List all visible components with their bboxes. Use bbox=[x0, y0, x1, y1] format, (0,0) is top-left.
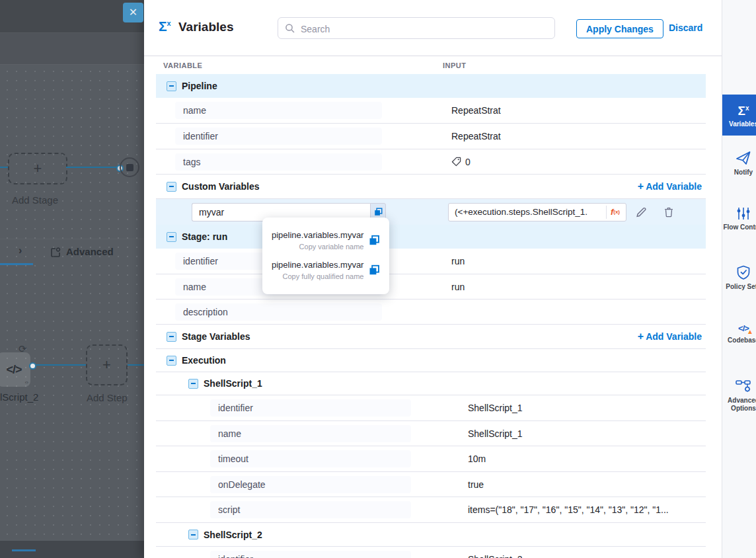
sidebar-item-notify[interactable]: Notify bbox=[722, 151, 756, 177]
plus-icon: + bbox=[34, 160, 42, 177]
search-input[interactable] bbox=[299, 19, 550, 38]
collapse-icon[interactable] bbox=[167, 81, 176, 91]
variables-sigma-icon: Σx bbox=[159, 19, 171, 34]
section-row-custom-variables[interactable]: Custom Variables +Add Variable bbox=[156, 175, 706, 199]
policy-sets-icon bbox=[736, 265, 751, 280]
edit-variable-button[interactable] bbox=[636, 206, 647, 218]
section-row-shellscript1[interactable]: ShellScript_1 bbox=[156, 372, 706, 395]
copy-variable-name-item[interactable]: pipeline.variables.myvar Copy variable n… bbox=[262, 225, 389, 255]
add-stage-button[interactable]: + bbox=[8, 153, 67, 184]
copy-icon[interactable] bbox=[369, 235, 380, 246]
advanced-tab-icon bbox=[50, 247, 61, 260]
variable-value[interactable]: run bbox=[451, 256, 465, 266]
column-variable: VARIABLE bbox=[163, 61, 202, 69]
copy-fqn-item[interactable]: pipeline.variables.myvar Copy fully qual… bbox=[262, 255, 389, 285]
table-row: onDelegate true bbox=[156, 472, 706, 497]
variable-value[interactable]: ShellScript_1 bbox=[468, 428, 523, 439]
plus-icon: + bbox=[102, 356, 111, 374]
shellscript2-step-node[interactable]: </> ‹› bbox=[0, 352, 30, 387]
step-connector bbox=[36, 364, 86, 366]
variable-name-pill[interactable]: script bbox=[210, 501, 411, 518]
table-row: identifier ShellScript_2 bbox=[156, 547, 706, 558]
copy-icon[interactable] bbox=[369, 264, 380, 276]
table-row: identifier ShellScript_1 bbox=[156, 395, 706, 421]
table-row: name ShellScript_1 bbox=[156, 421, 706, 446]
pencil-icon bbox=[636, 206, 647, 218]
close-drawer-button[interactable]: ✕ bbox=[123, 3, 143, 22]
table-row: identifier run bbox=[156, 249, 706, 274]
collapse-icon[interactable] bbox=[188, 379, 198, 389]
sidebar-item-variables[interactable]: Σx Variables bbox=[722, 95, 756, 136]
sidebar-item-policy-sets[interactable]: Policy Sets bbox=[722, 265, 756, 291]
right-sidebar: Σx Variables Notify Flow Control Policy … bbox=[722, 0, 756, 558]
add-variable-button[interactable]: +Add Variable bbox=[638, 331, 702, 342]
collapse-icon[interactable] bbox=[167, 182, 176, 192]
variable-value[interactable]: RepeatStrat bbox=[451, 105, 501, 116]
trash-icon bbox=[663, 206, 674, 218]
variable-name-pill[interactable]: onDelegate bbox=[210, 476, 411, 493]
add-variable-button[interactable]: +Add Variable bbox=[638, 180, 702, 192]
tabbar-divider bbox=[0, 239, 144, 239]
variable-name-pill[interactable]: tags bbox=[175, 153, 382, 171]
add-step-label[interactable]: Add Step bbox=[87, 392, 128, 403]
pipeline-canvas: + Add Stage › Advanced ⟳ </> ‹› + lScrip… bbox=[0, 0, 144, 558]
sidebar-item-flow-control[interactable]: Flow Control bbox=[722, 207, 756, 231]
section-row-shellscript2[interactable]: ShellScript_2 bbox=[156, 523, 706, 547]
collapse-icon[interactable] bbox=[167, 356, 176, 366]
step-connector-right bbox=[128, 364, 144, 366]
add-step-button[interactable]: + bbox=[86, 344, 128, 385]
drawer-header: Σx Variables Apply Changes Discard bbox=[144, 0, 722, 56]
variable-name-pill[interactable]: name bbox=[175, 102, 382, 119]
advanced-options-icon bbox=[736, 379, 751, 393]
collapse-chevron-icon[interactable]: › bbox=[19, 245, 22, 257]
delete-variable-button[interactable] bbox=[663, 206, 674, 218]
variable-name-pill[interactable]: timeout bbox=[210, 450, 411, 467]
variable-value[interactable]: ShellScript_2 bbox=[468, 554, 523, 558]
section-row-execution[interactable]: Execution bbox=[156, 349, 706, 372]
variable-name-pill[interactable]: identifier bbox=[210, 551, 411, 558]
custom-variable-row-myvar: f(x) bbox=[156, 199, 706, 225]
variable-value-input[interactable] bbox=[449, 204, 608, 221]
tags-value[interactable]: 0 bbox=[451, 157, 471, 167]
canvas-header-band bbox=[0, 33, 144, 65]
variable-value[interactable]: run bbox=[451, 282, 465, 292]
add-stage-label[interactable]: Add Stage bbox=[12, 194, 58, 206]
tab-advanced[interactable]: Advanced bbox=[66, 246, 114, 257]
collapse-icon[interactable] bbox=[167, 232, 176, 242]
variable-value[interactable]: ShellScript_1 bbox=[468, 403, 523, 413]
shell-badge-icon: ‹› bbox=[25, 379, 28, 385]
search-icon bbox=[285, 23, 295, 34]
variable-value[interactable]: 10m bbox=[468, 454, 486, 464]
section-row-pipeline[interactable]: Pipeline bbox=[156, 74, 706, 98]
variable-value-box: f(x) bbox=[448, 203, 626, 221]
stage-connector-right bbox=[66, 167, 117, 168]
variable-name-pill[interactable]: description bbox=[175, 303, 382, 321]
sidebar-item-advanced-options[interactable]: Advanced Options bbox=[722, 379, 756, 413]
sidebar-item-codebase[interactable]: </>▲ Codebase bbox=[722, 323, 756, 344]
variable-value[interactable]: RepeatStrat bbox=[451, 131, 501, 141]
table-row: name run bbox=[156, 274, 706, 299]
variable-name-pill[interactable]: identifier bbox=[175, 128, 382, 145]
variable-name-pill[interactable]: identifier bbox=[210, 399, 411, 417]
table-row: identifier RepeatStrat bbox=[156, 124, 706, 149]
expression-fx-icon[interactable]: f(x) bbox=[606, 206, 624, 219]
table-column-header: VARIABLE INPUT bbox=[156, 56, 706, 74]
discard-button[interactable]: Discard bbox=[669, 22, 702, 33]
codebase-icon: </>▲ bbox=[738, 323, 749, 333]
section-row-stage-variables[interactable]: Stage Variables +Add Variable bbox=[156, 325, 706, 349]
tab-active-underline bbox=[0, 263, 33, 265]
search-box bbox=[278, 17, 555, 39]
canvas-bottom-bar bbox=[0, 541, 144, 558]
variable-name-pill[interactable]: name bbox=[210, 425, 411, 442]
collapse-icon[interactable] bbox=[167, 332, 176, 342]
step-node-label: lScript_2 bbox=[0, 391, 38, 403]
collapse-icon[interactable] bbox=[188, 530, 198, 539]
copy-variable-popup: pipeline.variables.myvar Copy variable n… bbox=[262, 218, 389, 294]
copy-icon bbox=[374, 208, 383, 216]
column-input: INPUT bbox=[443, 61, 467, 69]
notify-icon bbox=[736, 151, 751, 165]
variable-value[interactable]: items=("18", "17", "16", "15", "14", "13… bbox=[468, 504, 669, 515]
variable-value[interactable]: true bbox=[468, 479, 484, 490]
apply-changes-button[interactable]: Apply Changes bbox=[576, 19, 663, 38]
section-row-stage-run[interactable]: Stage: run bbox=[156, 225, 706, 249]
